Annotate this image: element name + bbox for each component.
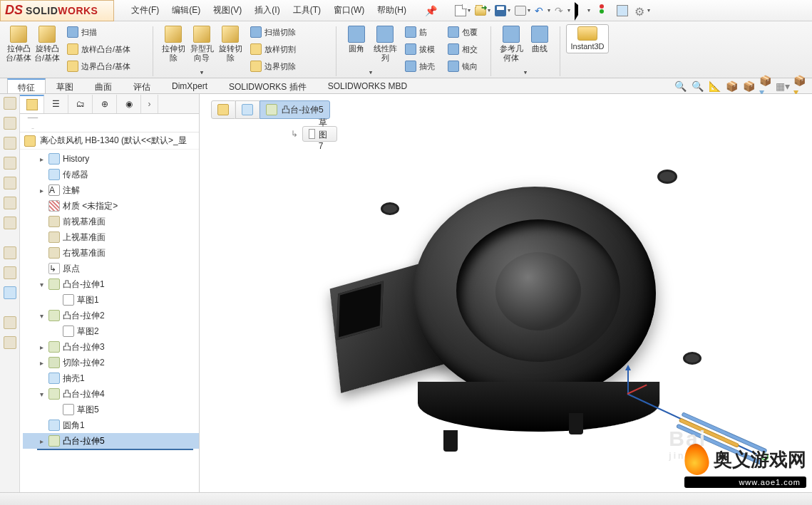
cmd-mirror[interactable]: 镜向 bbox=[446, 58, 489, 74]
fm-tab-config[interactable]: 🗂 bbox=[68, 95, 93, 113]
cmd-extrude-boss[interactable]: 拉伸凸 台/基体 bbox=[4, 24, 33, 64]
tab-sw-addins[interactable]: SOLIDWORKS 插件 bbox=[218, 78, 317, 93]
crumb-body[interactable] bbox=[235, 100, 259, 119]
tree-filter-row[interactable] bbox=[20, 114, 199, 132]
cmd-curves[interactable]: 曲线▾ bbox=[525, 24, 554, 64]
tab-evaluate[interactable]: 评估 bbox=[123, 78, 161, 93]
graphics-viewport[interactable]: 凸台-拉伸5 ↳ 草图7 Baijingya 奥义游 bbox=[200, 94, 812, 492]
tree-history[interactable]: ▸History bbox=[23, 151, 199, 167]
cmd-loft-cut[interactable]: 放样切割 bbox=[249, 41, 334, 57]
tree-cut2[interactable]: ▸切除-拉伸2 bbox=[23, 355, 199, 370]
cmd-rib[interactable]: 筋 bbox=[404, 24, 446, 40]
lt-icon-4[interactable] bbox=[4, 157, 16, 170]
tab-dimxpert[interactable]: DimXpert bbox=[161, 78, 218, 93]
qat-options[interactable] bbox=[612, 3, 632, 19]
tree-annotations[interactable]: ▸A注解 bbox=[23, 182, 199, 198]
cmd-extrude-cut[interactable]: 拉伸切 除▾ bbox=[159, 24, 187, 64]
menu-window[interactable]: 窗口(W) bbox=[328, 1, 370, 19]
tree-extrude2[interactable]: ▾凸台-拉伸2 bbox=[23, 308, 199, 323]
cmd-loft-boss[interactable]: 放样凸台/基体 bbox=[66, 41, 151, 57]
cmd-linear-pattern[interactable]: 线性阵 列▾ bbox=[371, 24, 399, 64]
lt-icon-5[interactable] bbox=[4, 177, 16, 189]
tree-sketch5[interactable]: 草图5 bbox=[23, 402, 199, 417]
menu-insert[interactable]: 插入(I) bbox=[249, 1, 285, 19]
menu-help[interactable]: 帮助(H) bbox=[371, 1, 412, 19]
qat-redo[interactable]: ↷▾ bbox=[553, 3, 572, 19]
tree-extrude1[interactable]: ▾凸台-拉伸1 bbox=[23, 276, 199, 292]
lt-icon-12[interactable] bbox=[4, 336, 16, 349]
cmd-boundary-boss[interactable]: 边界凸台/基体 bbox=[66, 58, 151, 74]
qat-new[interactable]: ▾ bbox=[453, 3, 473, 19]
tree-sensors[interactable]: 传感器 bbox=[23, 167, 199, 182]
menu-edit[interactable]: 编辑(E) bbox=[166, 1, 206, 19]
cmd-hole-wizard[interactable]: 异型孔 向导▾ bbox=[187, 24, 216, 64]
cmd-intersect[interactable]: 相交 bbox=[446, 41, 489, 57]
tab-mbd[interactable]: SOLIDWORKS MBD bbox=[317, 78, 418, 93]
qat-print[interactable]: ▾ bbox=[513, 3, 533, 19]
pin-icon[interactable]: 📌 bbox=[419, 2, 443, 19]
lt-icon-10[interactable] bbox=[4, 286, 16, 299]
plane-icon bbox=[48, 247, 60, 259]
menu-view[interactable]: 视图(V) bbox=[207, 1, 247, 19]
lt-icon-8[interactable] bbox=[4, 246, 16, 259]
lt-icon-11[interactable] bbox=[4, 316, 16, 329]
display-style-icon[interactable]: 📦▾ bbox=[759, 80, 772, 93]
cmd-boundary-cut[interactable]: 边界切除 bbox=[249, 58, 334, 74]
qat-rebuild[interactable] bbox=[592, 3, 612, 19]
tab-features[interactable]: 特征 bbox=[7, 78, 46, 93]
cmd-draft[interactable]: 拔模 bbox=[404, 41, 446, 57]
menu-file[interactable]: 文件(F) bbox=[125, 1, 165, 19]
tree-material[interactable]: 材质 <未指定> bbox=[23, 198, 199, 214]
fm-tab-overflow[interactable]: › bbox=[141, 95, 158, 113]
tree-right-plane[interactable]: 右视基准面 bbox=[23, 245, 199, 261]
tree-sketch1[interactable]: 草图1 bbox=[23, 292, 199, 308]
tree-fillet1[interactable]: 圆角1 bbox=[23, 417, 199, 433]
cmd-fillet[interactable]: 圆角▾ bbox=[342, 24, 371, 64]
fm-tab-feature-tree[interactable] bbox=[20, 95, 44, 113]
apply-scene-icon[interactable]: 📦▾ bbox=[793, 80, 806, 93]
crumb-part[interactable] bbox=[211, 100, 235, 119]
tree-extrude4[interactable]: ▾凸台-拉伸4 bbox=[23, 386, 199, 402]
fm-tab-dimxpert[interactable]: ⊕ bbox=[93, 95, 117, 113]
tab-sketch[interactable]: 草图 bbox=[46, 78, 84, 93]
tree-sketch2[interactable]: 草图2 bbox=[23, 323, 199, 339]
previous-view-icon[interactable]: 📐 bbox=[708, 80, 721, 93]
cmd-wrap[interactable]: 包覆 bbox=[446, 24, 489, 40]
zoom-area-icon[interactable]: 🔍 bbox=[691, 80, 704, 93]
tree-front-plane[interactable]: 前视基准面 bbox=[23, 214, 199, 229]
cmd-sweep-boss[interactable]: 扫描 bbox=[66, 24, 151, 40]
fm-tab-property[interactable]: ☰ bbox=[44, 95, 68, 113]
cmd-shell[interactable]: 抽壳 bbox=[404, 58, 446, 74]
section-view-icon[interactable]: 📦 bbox=[725, 80, 738, 93]
tree-shell1[interactable]: 抽壳1 bbox=[23, 370, 199, 386]
lt-icon-1[interactable] bbox=[4, 97, 16, 110]
cmd-instant3d[interactable]: Instant3D bbox=[566, 24, 609, 53]
lt-icon-9[interactable] bbox=[4, 266, 16, 279]
tree-root[interactable]: 离心鼓风机 HB-1340 (默认<<默认>_显 bbox=[20, 132, 199, 150]
tree-top-plane[interactable]: 上视基准面 bbox=[23, 229, 199, 245]
tree-extrude3[interactable]: ▸凸台-拉伸3 bbox=[23, 339, 199, 355]
cmd-reference-geometry[interactable]: 参考几 何体▾ bbox=[497, 24, 525, 64]
cmd-sweep-cut[interactable]: 扫描切除 bbox=[249, 24, 334, 40]
lt-icon-7[interactable] bbox=[4, 217, 16, 229]
cmd-revolve-cut[interactable]: 旋转切 除▾ bbox=[216, 24, 245, 64]
crumb-sketch[interactable]: 草图7 bbox=[302, 126, 337, 142]
tab-surfaces[interactable]: 曲面 bbox=[84, 78, 123, 93]
qat-save[interactable]: ▾ bbox=[493, 3, 513, 19]
lt-icon-2[interactable] bbox=[4, 117, 16, 130]
qat-settings[interactable]: ⚙▾ bbox=[632, 3, 652, 19]
tree-extrude5[interactable]: ▸凸台-拉伸5 bbox=[23, 433, 199, 449]
fm-tab-display[interactable]: ◉ bbox=[117, 95, 141, 113]
hide-show-icon[interactable]: ▦▾ bbox=[776, 80, 789, 93]
lt-icon-6[interactable] bbox=[4, 197, 16, 209]
rollback-bar[interactable] bbox=[37, 449, 193, 450]
qat-select[interactable]: ▾ bbox=[572, 3, 592, 19]
menu-tools[interactable]: 工具(T) bbox=[287, 1, 327, 19]
qat-undo[interactable]: ↶▾ bbox=[533, 3, 553, 19]
qat-open[interactable]: ➜▾ bbox=[473, 3, 493, 19]
cmd-revolve-boss[interactable]: 旋转凸 台/基体 bbox=[33, 24, 61, 64]
lt-icon-3[interactable] bbox=[4, 137, 16, 150]
zoom-to-fit-icon[interactable]: 🔍 bbox=[674, 80, 687, 93]
view-orientation-icon[interactable]: 📦 bbox=[742, 80, 755, 93]
tree-origin[interactable]: ↳原点 bbox=[23, 261, 199, 276]
